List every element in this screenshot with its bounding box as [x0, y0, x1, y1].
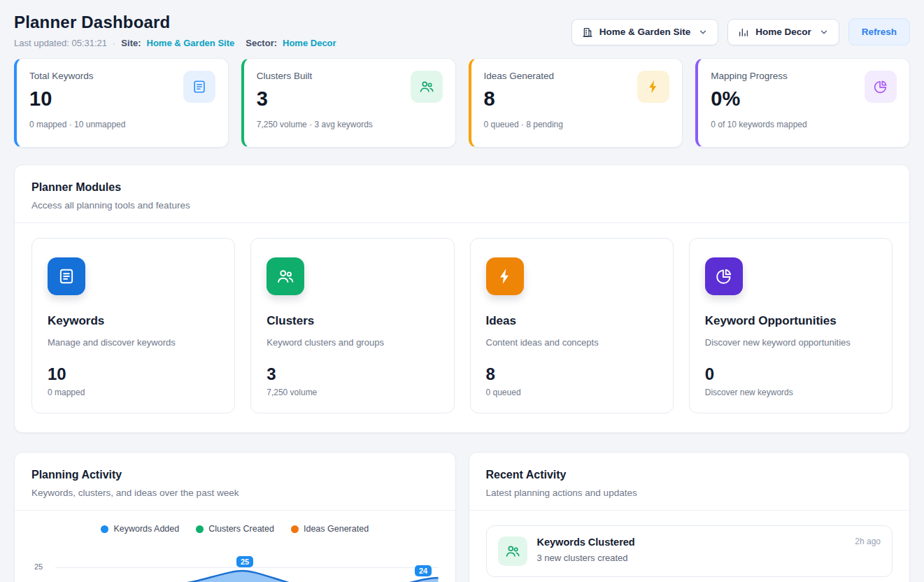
sector-link[interactable]: Home Decor: [283, 38, 336, 48]
module-title: Clusters: [266, 314, 438, 328]
legend-item-keywords-added: Keywords Added: [101, 524, 179, 534]
sector-label: Sector:: [246, 38, 277, 48]
recent-activity-title: Recent Activity: [486, 469, 893, 481]
document-lines-icon: [48, 257, 85, 295]
legend-dot-icon: [101, 525, 108, 533]
module-card-keyword-opportunities[interactable]: Keyword Opportunities Discover new keywo…: [689, 238, 893, 413]
sector-selector-dropdown[interactable]: Home Decor: [727, 19, 839, 45]
page-title: Planner Dashboard: [14, 13, 336, 32]
recent-item-main: Keywords Clustered 2h ago 3 new clusters…: [537, 537, 881, 566]
module-description: Discover new keyword opportunities: [705, 337, 876, 348]
planning-activity-panel: Planning Activity Keywords, clusters, an…: [14, 452, 456, 582]
users-icon: [411, 71, 443, 103]
module-value: 8: [486, 364, 658, 384]
module-title: Ideas: [486, 314, 658, 328]
module-sub: 0 mapped: [48, 388, 219, 397]
sector-selector-label: Home Decor: [755, 27, 811, 37]
modules-grid: Keywords Manage and discover keywords 10…: [15, 223, 909, 432]
list-item-keywords-clustered: Keywords Clustered 2h ago 3 new clusters…: [486, 525, 893, 577]
stat-value: 8: [484, 88, 563, 111]
data-point-label: 25: [236, 556, 253, 567]
planning-activity-subtitle: Keywords, clusters, and ideas over the p…: [31, 488, 439, 498]
stat-value: 0%: [711, 88, 806, 111]
header-actions: Home & Garden Site Home Decor Refresh: [571, 13, 910, 45]
stat-value: 3: [257, 88, 373, 111]
stat-main: Ideas Generated 8 0 queued · 8 pending: [484, 71, 563, 136]
planning-activity-title: Planning Activity: [31, 469, 439, 481]
recent-item-title-row: Keywords Clustered 2h ago: [537, 537, 881, 548]
stat-card-ideas-generated: Ideas Generated 8 0 queued · 8 pending: [469, 58, 683, 148]
legend-label: Ideas Generated: [304, 524, 369, 534]
planning-activity-header: Planning Activity Keywords, clusters, an…: [15, 453, 455, 510]
module-value: 3: [266, 364, 438, 384]
separator-dot: ·: [113, 38, 115, 48]
users-icon: [266, 257, 304, 295]
legend-item-ideas-generated: Ideas Generated: [291, 524, 369, 534]
stat-sub: 0 of 10 keywords mapped: [711, 120, 806, 129]
pie-chart-icon: [705, 257, 743, 295]
last-updated-text: Last updated: 05:31:21: [14, 38, 107, 48]
line-chart-plot: 25 25 24: [31, 543, 439, 582]
stat-main: Clusters Built 3 7,250 volume · 3 avg ke…: [257, 71, 373, 136]
activity-chart: Keywords Added Clusters Created Ideas Ge…: [15, 511, 455, 582]
stat-label: Ideas Generated: [484, 71, 563, 81]
recent-activity-header: Recent Activity Latest planning actions …: [469, 453, 910, 510]
module-sub: Discover new keywords: [705, 388, 876, 397]
stat-card-total-keywords: Total Keywords 10 0 mapped · 10 unmapped: [14, 58, 229, 148]
data-point-label: 24: [415, 565, 432, 576]
module-card-clusters[interactable]: Clusters Keyword clusters and groups 3 7…: [250, 238, 454, 413]
module-sub: 0 queued: [486, 388, 658, 397]
planner-dashboard-page: Planner Dashboard Last updated: 05:31:21…: [0, 0, 924, 582]
stat-label: Total Keywords: [29, 71, 125, 81]
module-sub: 7,250 volume: [266, 388, 438, 397]
recent-activity-subtitle: Latest planning actions and updates: [486, 488, 893, 498]
stat-value: 10: [29, 88, 125, 111]
meta-line: Last updated: 05:31:21 · Site: Home & Ga…: [14, 38, 336, 48]
module-title: Keywords: [48, 314, 219, 328]
stat-label: Mapping Progress: [711, 71, 806, 81]
legend-dot-icon: [291, 525, 299, 533]
bar-chart-icon: [738, 27, 749, 38]
module-value: 0: [705, 364, 876, 384]
module-description: Manage and discover keywords: [48, 337, 219, 348]
y-axis-tick: 25: [34, 562, 43, 571]
bottom-row: Planning Activity Keywords, clusters, an…: [14, 452, 910, 582]
stat-sub: 7,250 volume · 3 avg keywords: [257, 120, 373, 129]
module-card-keywords[interactable]: Keywords Manage and discover keywords 10…: [31, 238, 235, 413]
site-link[interactable]: Home & Garden Site: [147, 38, 235, 48]
lightning-icon: [637, 71, 669, 103]
stat-card-mapping-progress: Mapping Progress 0% 0 of 10 keywords map…: [695, 58, 910, 148]
header-left: Planner Dashboard Last updated: 05:31:21…: [14, 13, 336, 48]
recent-activity-panel: Recent Activity Latest planning actions …: [469, 452, 911, 582]
legend-item-clusters-created: Clusters Created: [196, 524, 274, 534]
legend-dot-icon: [196, 525, 204, 533]
recent-item-title: Keywords Clustered: [537, 537, 635, 548]
modules-title: Planner Modules: [31, 181, 893, 194]
legend-label: Keywords Added: [113, 524, 179, 534]
stat-main: Total Keywords 10 0 mapped · 10 unmapped: [29, 71, 125, 136]
document-lines-icon: [183, 71, 215, 103]
site-selector-dropdown[interactable]: Home & Garden Site: [571, 19, 719, 45]
stats-row: Total Keywords 10 0 mapped · 10 unmapped…: [14, 58, 910, 148]
page-header: Planner Dashboard Last updated: 05:31:21…: [14, 13, 910, 48]
module-value: 10: [48, 364, 219, 384]
site-label: Site:: [121, 38, 141, 48]
users-icon: [498, 537, 527, 566]
stat-main: Mapping Progress 0% 0 of 10 keywords map…: [711, 71, 806, 136]
legend-label: Clusters Created: [208, 524, 274, 534]
site-selector-label: Home & Garden Site: [599, 27, 691, 37]
stat-sub: 0 mapped · 10 unmapped: [29, 120, 125, 129]
planner-modules-panel: Planner Modules Access all planning tool…: [14, 164, 910, 433]
building-icon: [582, 27, 593, 38]
recent-activity-list: Keywords Clustered 2h ago 3 new clusters…: [469, 511, 910, 582]
recent-item-timestamp: 2h ago: [855, 537, 881, 546]
module-description: Keyword clusters and groups: [266, 337, 438, 348]
modules-subtitle: Access all planning tools and features: [31, 200, 893, 211]
recent-item-description: 3 new clusters created: [537, 553, 881, 563]
module-title: Keyword Opportunities: [705, 314, 876, 328]
refresh-button[interactable]: Refresh: [848, 18, 910, 45]
stat-sub: 0 queued · 8 pending: [484, 120, 563, 129]
chevron-down-icon: [698, 27, 708, 37]
stat-card-clusters-built: Clusters Built 3 7,250 volume · 3 avg ke…: [241, 58, 456, 148]
module-card-ideas[interactable]: Ideas Content ideas and concepts 8 0 que…: [470, 238, 674, 413]
